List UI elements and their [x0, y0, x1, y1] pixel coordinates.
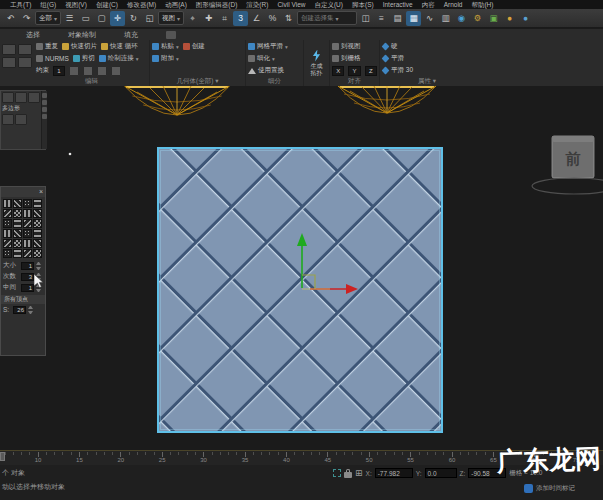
schematic-view-icon[interactable]: ▥ [438, 11, 453, 26]
pattern-swatch[interactable] [23, 229, 32, 238]
spinner-field[interactable]: 1 [21, 262, 34, 270]
pattern-swatch[interactable] [23, 219, 32, 228]
select-manipulate-icon[interactable]: ✚ [201, 11, 216, 26]
snap-toggle-icon[interactable]: 3 [233, 11, 248, 26]
polydraw-tool-icon[interactable] [15, 114, 27, 125]
render-setup-icon[interactable]: ⚙ [470, 11, 485, 26]
pattern-swatch[interactable] [3, 219, 12, 228]
align-to-view-button[interactable]: 到视图 [332, 42, 361, 51]
pattern-swatch[interactable] [13, 209, 22, 218]
quilted-panel-object[interactable] [158, 148, 442, 432]
ribbon-tab[interactable]: 填充 [124, 30, 138, 40]
align-z-button[interactable]: Z [365, 66, 377, 76]
ribbon-stub-icon[interactable] [18, 44, 32, 55]
smooth-button[interactable]: 平滑 [382, 54, 404, 63]
s-value-field[interactable]: 26 [13, 306, 26, 314]
pattern-swatch[interactable] [3, 249, 12, 258]
pivot-center-icon[interactable]: ⌖ [185, 11, 200, 26]
ribbon-toggle-icon[interactable]: ▦ [406, 11, 421, 26]
polydraw-tool-icon[interactable] [15, 92, 27, 103]
window-crossing-icon[interactable]: ▢ [94, 11, 109, 26]
pattern-swatch[interactable] [23, 249, 32, 258]
percent-snap-icon[interactable]: % [265, 11, 280, 26]
paste-button[interactable]: 粘贴▾ [152, 42, 179, 51]
align-x-button[interactable]: X [332, 66, 344, 76]
select-by-name-icon[interactable]: ☰ [62, 11, 77, 26]
x-coordinate-field[interactable]: -77.982 [375, 468, 413, 478]
use-displacement-button[interactable]: 使用置换 [248, 66, 284, 75]
select-move-icon[interactable]: ✛ [110, 11, 125, 26]
pattern-swatch[interactable] [3, 229, 12, 238]
menu-item[interactable]: Arnold [444, 0, 463, 9]
pattern-swatch[interactable] [33, 199, 42, 208]
scale-icon[interactable]: ◱ [142, 11, 157, 26]
menu-item[interactable]: 图形编辑器(D) [196, 0, 238, 9]
pattern-swatch[interactable] [33, 219, 42, 228]
refine-button[interactable]: 细化▾ [248, 54, 275, 63]
rotate-icon[interactable]: ↻ [126, 11, 141, 26]
ribbon-stub-icon[interactable] [2, 44, 16, 55]
ribbon-stub-icon[interactable] [18, 57, 32, 68]
ribbon-stub-icon[interactable] [2, 57, 16, 68]
nurms-button[interactable]: NURMS [36, 55, 69, 62]
hard-button[interactable]: 硬 [382, 42, 398, 51]
menu-item[interactable]: 修改器(M) [127, 0, 156, 9]
close-icon[interactable]: × [39, 187, 43, 197]
menu-item[interactable]: 动画(A) [165, 0, 187, 9]
menu-item[interactable]: 帮助(H) [471, 0, 493, 9]
menu-item[interactable]: 工具(T) [10, 0, 31, 9]
angle-snap-icon[interactable]: ∠ [249, 11, 264, 26]
pattern-swatch[interactable] [13, 199, 22, 208]
menu-item[interactable]: 组(G) [40, 0, 56, 9]
time-tag[interactable]: 添加时间标记 [524, 484, 575, 493]
cut-button[interactable]: 剪切 [73, 54, 95, 63]
selection-filter-dropdown[interactable]: 全部▾ [35, 11, 61, 25]
align-icon[interactable]: ≡ [374, 11, 389, 26]
rectangular-selection-icon[interactable]: ▭ [78, 11, 93, 26]
menu-item[interactable]: 渲染(R) [246, 0, 268, 9]
polydraw-tool-icon[interactable] [28, 92, 40, 103]
selection-lock-icon[interactable] [344, 469, 352, 478]
constraint-edge-icon[interactable] [83, 66, 93, 76]
pattern-swatch[interactable] [3, 199, 12, 208]
spinner-field[interactable]: 3 [21, 273, 34, 281]
layer-manager-icon[interactable]: ▤ [390, 11, 405, 26]
ribbon-tab[interactable]: 选择 [26, 30, 40, 40]
undo-icon[interactable]: ↶ [3, 11, 18, 26]
viewcube[interactable]: 前 [532, 136, 603, 194]
pattern-swatch[interactable] [23, 209, 32, 218]
pattern-swatch[interactable] [23, 199, 32, 208]
polydraw-tool-icon[interactable] [2, 114, 14, 125]
render-production-icon[interactable]: ● [502, 11, 517, 26]
viewport[interactable]: 前 多边形 [0, 86, 603, 450]
curve-editor-icon[interactable]: ∿ [422, 11, 437, 26]
ribbon-tab[interactable]: 对象绘制 [68, 30, 96, 40]
repeat-button[interactable]: 重复 [36, 42, 58, 51]
pattern-swatch[interactable] [33, 249, 42, 258]
menu-item[interactable]: 脚本(S) [352, 0, 374, 9]
y-coordinate-field[interactable]: 0.0 [425, 468, 457, 478]
generate-topology-button[interactable]: 生成 拓扑 [304, 40, 330, 86]
ribbon-config-icon[interactable] [166, 31, 176, 39]
constraint-normal-icon[interactable] [111, 66, 121, 76]
pattern-swatch[interactable] [13, 229, 22, 238]
render-frame-icon[interactable]: ▣ [486, 11, 501, 26]
pattern-swatch[interactable] [33, 229, 42, 238]
pattern-swatch[interactable] [33, 209, 42, 218]
align-to-grid-button[interactable]: 到栅格 [332, 54, 361, 63]
mesh-smooth-button[interactable]: 网格平滑▾ [248, 42, 288, 51]
attach-button[interactable]: 附加▾ [152, 54, 179, 63]
menu-item[interactable]: 自定义(U) [314, 0, 343, 9]
quick-slice-button[interactable]: 快速切片 [62, 42, 97, 51]
reference-coordinate-dropdown[interactable]: 视图▾ [158, 11, 184, 25]
transform-typein-icon[interactable]: ⊞ [355, 469, 363, 478]
menu-item[interactable]: 内容 [422, 0, 435, 9]
named-selection-dropdown[interactable]: 创建选择集▾ [297, 11, 357, 25]
pattern-swatch[interactable] [13, 249, 22, 258]
material-editor-icon[interactable]: ◉ [454, 11, 469, 26]
menu-item[interactable]: Civil View [277, 0, 305, 9]
spinner-arrows[interactable] [36, 262, 41, 270]
absolute-mode-icon[interactable] [333, 469, 341, 477]
spinner-snap-icon[interactable]: ⇅ [281, 11, 296, 26]
align-y-button[interactable]: Y [348, 66, 360, 76]
